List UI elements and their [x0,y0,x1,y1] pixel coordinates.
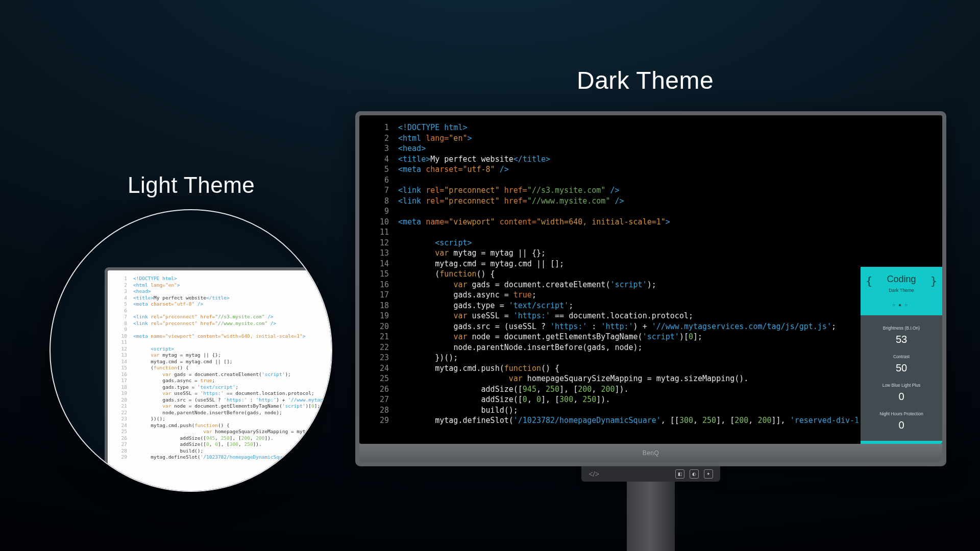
dock-button-2[interactable]: ◐ [690,469,699,479]
monitor-light-screen: 1<!DOCTYPE html> 2<html lang="en"> 3<hea… [108,270,332,492]
osd-bottom-bar [861,441,942,444]
osd-title: Coding [864,274,939,285]
monitor-light-frame: 1<!DOCTYPE html> 2<html lang="en"> 3<hea… [105,267,332,492]
brace-left-icon: { [866,276,872,287]
monitor-dark-screen: 1<!DOCTYPE html> 2<html lang="en"> 3<hea… [359,115,942,444]
osd-pagination-dots[interactable]: ○●○ [864,300,939,311]
osd-panel[interactable]: { } Coding Dark Theme ○●○ Brightness (B.… [861,267,942,444]
dock-button-1[interactable]: ◧ [675,469,684,479]
brand-logo: BenQ [643,449,659,457]
osd-row-low-blue-light[interactable]: Low Blue Light Plus 0 [861,377,942,405]
code-icon[interactable]: </> [589,470,599,479]
monitor-dark: 1<!DOCTYPE html> 2<html lang="en"> 3<hea… [355,111,946,551]
code-dark: 1<!DOCTYPE html> 2<html lang="en"> 3<hea… [372,122,930,426]
stage: Light Theme Dark Theme 1<!DOCTYPE html> … [0,0,980,551]
brace-right-icon: } [930,276,937,287]
osd-row-night-hours[interactable]: Night Hours Protection 0 [861,405,942,434]
monitor-light: 1<!DOCTYPE html> 2<html lang="en"> 3<hea… [105,267,332,492]
monitor-dark-stand [627,482,675,551]
osd-subtitle: Dark Theme [864,285,939,296]
code-light: 1<!DOCTYPE html> 2<html lang="en"> 3<hea… [116,276,332,461]
light-theme-circle: 1<!DOCTYPE html> 2<html lang="en"> 3<hea… [50,209,332,492]
osd-body: Brightness (B.I.On) 53 Contrast 50 Low B… [861,315,942,441]
dark-theme-heading: Dark Theme [577,66,714,94]
monitor-dark-chin: BenQ [359,444,942,462]
light-theme-heading: Light Theme [128,172,255,198]
dock-button-3[interactable]: ✦ [704,469,713,479]
osd-header: { } Coding Dark Theme ○●○ [861,267,942,316]
osd-row-contrast[interactable]: Contrast 50 [861,348,942,377]
osd-row-brightness[interactable]: Brightness (B.I.On) 53 [861,319,942,348]
monitor-dark-dock: </> ◧ ◐ ✦ [581,466,720,482]
monitor-dark-frame: 1<!DOCTYPE html> 2<html lang="en"> 3<hea… [355,111,946,466]
